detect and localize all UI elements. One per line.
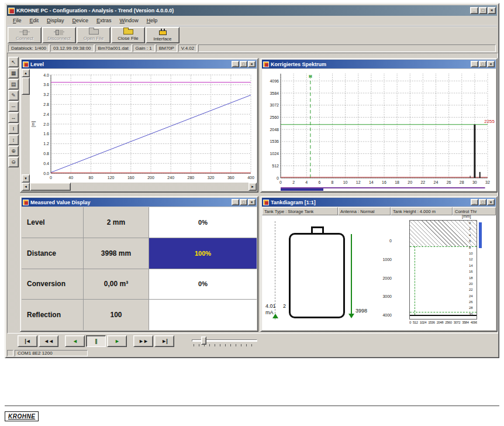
play-button[interactable]: ► <box>107 335 127 347</box>
goto-end-button[interactable]: ►| <box>154 335 174 347</box>
svg-text:512: 512 <box>272 164 279 168</box>
pause-button[interactable]: || <box>86 335 106 347</box>
close-file-button[interactable]: Close File <box>111 27 145 43</box>
svg-text:3.2: 3.2 <box>43 92 49 97</box>
cursor-tool[interactable]: I <box>8 123 19 134</box>
fast-forward-button[interactable]: ►► <box>133 335 153 347</box>
scroll-down-icon[interactable]: ▼ <box>22 174 30 183</box>
menu-item[interactable]: Display <box>43 16 68 25</box>
tank-close-button[interactable]: × <box>487 199 495 205</box>
level-chart[interactable]: 040801201602002402803203604000.00.40.81.… <box>30 69 257 183</box>
tank-info-header: Tank Type : Storage Tank Antenna : Norma… <box>262 207 496 215</box>
close-file-label: Close File <box>118 36 139 41</box>
spectrum-maximize-button[interactable]: □ <box>479 61 486 67</box>
measured-minimize-button[interactable]: _ <box>232 199 239 205</box>
tank-title-bar[interactable]: Tankdiagram [1:1] _ □ × <box>262 198 496 207</box>
spectrum-title-bar[interactable]: Korrigiertes Spektrum _ □ × <box>262 60 496 68</box>
svg-text:6: 6 <box>318 180 320 184</box>
brand-logo: KROHNE <box>5 411 39 421</box>
print-tool[interactable]: ▤ <box>8 79 19 90</box>
connect-button[interactable]: Connect <box>8 27 42 43</box>
playback-bar: |◄ ◄◄ ◄ || ► ►► ►| <box>7 334 497 349</box>
measured-maximize-button[interactable]: □ <box>240 199 247 205</box>
table-row: Conversion 0,00 m³ 0% <box>22 269 257 300</box>
select-tool[interactable]: ↖ <box>8 57 19 67</box>
status-indicator <box>7 350 13 356</box>
horizontal-line-tool[interactable]: ─ <box>8 101 19 112</box>
bin-tick-label: 26 <box>469 300 477 304</box>
menu-item[interactable]: Help <box>143 16 162 25</box>
svg-text:320: 320 <box>208 176 215 180</box>
level-horizontal-scrollbar[interactable]: ◄ ► <box>22 183 257 191</box>
depth-tick-label: 0 <box>389 239 392 243</box>
level-vertical-scrollbar[interactable]: ▲ ▼ <box>22 69 30 183</box>
close-button[interactable]: × <box>488 7 496 14</box>
menu-item[interactable]: File <box>9 16 26 25</box>
info-bar: Datablock: 1/40003.12.99 09:38:00Bm70a00… <box>7 44 497 53</box>
svg-text:2560: 2560 <box>270 115 279 119</box>
maximize-button[interactable]: □ <box>479 7 487 14</box>
level-maximize-button[interactable]: □ <box>240 61 247 67</box>
svg-text:2.8: 2.8 <box>43 102 49 106</box>
fast-back-button[interactable]: ◄◄ <box>39 335 58 347</box>
scroll-up-icon[interactable]: ▲ <box>22 69 30 77</box>
menu-item[interactable]: Edit <box>26 16 43 25</box>
level-minimize-button[interactable]: _ <box>232 61 239 67</box>
slider-thumb[interactable] <box>201 336 206 345</box>
footer-rule <box>5 406 499 406</box>
spectrum-minimize-button[interactable]: _ <box>471 61 478 67</box>
position-slider[interactable] <box>192 335 257 347</box>
open-file-button[interactable]: Open File <box>77 27 111 43</box>
spectrum-chart[interactable]: 0246810121416182022242628303205121024153… <box>262 69 496 191</box>
menu-item[interactable]: Device <box>68 16 93 25</box>
distance-arrow-head-icon <box>348 314 354 318</box>
menu-item[interactable]: Window <box>116 16 143 25</box>
echo-bar <box>410 315 477 316</box>
bin-tick-label: 6 <box>469 239 477 243</box>
status-bar: COM1 8E2 1200 <box>7 349 497 357</box>
svg-text:0.0: 0.0 <box>43 171 49 176</box>
scroll-right-icon[interactable]: ► <box>248 183 257 191</box>
zoom-out-tool[interactable]: ⊖ <box>8 157 19 167</box>
bin-tick-label: 4 <box>469 233 477 237</box>
menu-item[interactable]: Extras <box>92 16 116 25</box>
tank-diagram: 3998 4.01 mA 2 01000200030004000 <box>262 215 496 330</box>
table-row: Reflection 100 <box>22 300 257 330</box>
row-label: Conversion <box>22 269 84 300</box>
disconnect-button[interactable]: Disconnect <box>42 27 76 43</box>
connect-label: Connect <box>16 36 33 41</box>
minimize-button[interactable]: _ <box>470 7 478 14</box>
open-file-label: Open File <box>84 36 104 41</box>
level-vscroll-thumb[interactable] <box>22 77 30 95</box>
bin-tick-label: 8 <box>469 246 477 249</box>
measured-close-button[interactable]: × <box>248 199 256 205</box>
level-hscroll-thumb[interactable] <box>30 183 71 191</box>
zoom-vertical-tool[interactable]: ↕ <box>8 135 19 145</box>
svg-text:22: 22 <box>420 180 425 184</box>
zoom-in-tool[interactable]: ⊕ <box>8 146 19 156</box>
info-field: Bm70a001.dat <box>95 44 132 52</box>
disconnect-icon <box>54 29 64 35</box>
tank-minimize-button[interactable]: _ <box>471 199 478 205</box>
row-percent <box>149 300 257 330</box>
scroll-left-icon[interactable]: ◄ <box>22 183 30 191</box>
grid-tool[interactable]: ▦ <box>8 68 19 78</box>
main-toolbar: Connect Disconnect Open File Close File … <box>7 26 497 44</box>
svg-text:0: 0 <box>50 176 52 180</box>
zoom-horizontal-tool[interactable]: ↔ <box>8 112 19 123</box>
play-back-button[interactable]: ◄ <box>65 335 85 347</box>
level-close-button[interactable]: × <box>248 61 256 67</box>
tank-maximize-button[interactable]: □ <box>479 199 486 205</box>
row-value: 2 mm <box>84 207 149 238</box>
level-title-bar[interactable]: Level _ □ × <box>22 60 257 68</box>
title-bar: KROHNE PC - Configuration - Analysis - T… <box>7 5 497 16</box>
measured-title-bar[interactable]: Measured Value Display _ □ × <box>22 198 257 207</box>
spectrum-close-button[interactable]: × <box>487 61 495 67</box>
svg-text:[m]: [m] <box>31 121 36 127</box>
interface-button[interactable]: Interface <box>146 27 179 43</box>
measured-value-window: Measured Value Display _ □ × Level 2 mm … <box>20 196 258 332</box>
goto-start-button[interactable]: |◄ <box>18 335 37 347</box>
bin-tick-label: 22 <box>469 288 477 291</box>
edit-tool[interactable]: ✎ <box>8 90 19 101</box>
info-field-empty <box>198 44 496 52</box>
